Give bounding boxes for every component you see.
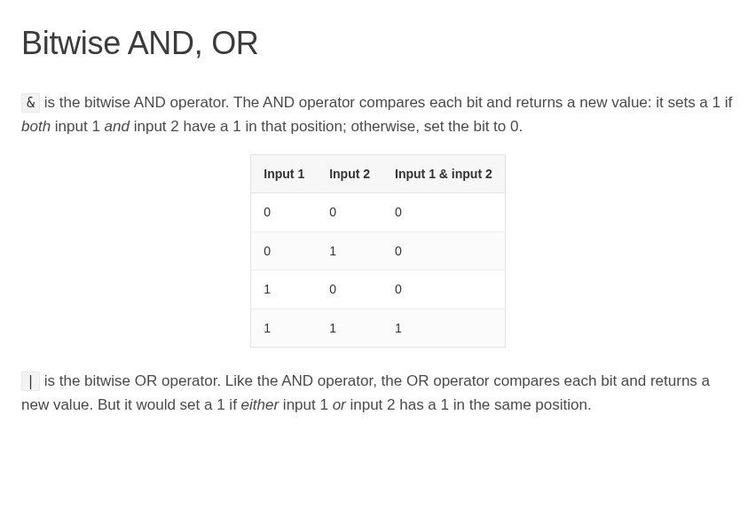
and-desc-text-2: input 1 (51, 118, 105, 135)
table-cell: 0 (251, 193, 317, 231)
table-cell: 0 (382, 231, 505, 270)
and-operator-code: & (21, 93, 40, 113)
table-header-row: Input 1 Input 2 Input 1 & input 2 (251, 154, 505, 192)
table-cell: 1 (382, 309, 505, 347)
table-cell: 1 (251, 309, 317, 347)
and-description: & is the bitwise AND operator. The AND o… (21, 90, 735, 138)
table-row: 0 0 0 (251, 193, 505, 231)
table-header: Input 2 (317, 154, 382, 192)
table-cell: 1 (251, 270, 317, 309)
table-cell: 1 (317, 231, 382, 270)
table-header: Input 1 (251, 154, 317, 192)
or-emph-or: or (333, 396, 346, 413)
table-row: 1 0 0 (251, 270, 505, 309)
table-cell: 0 (382, 270, 505, 309)
table-cell: 0 (317, 193, 382, 231)
and-desc-text-1: is the bitwise AND operator. The AND ope… (40, 94, 732, 111)
or-operator-code: | (21, 372, 40, 391)
and-desc-text-3: input 2 have a 1 in that position; other… (130, 118, 523, 135)
table-cell: 0 (251, 231, 317, 270)
and-emph-and: and (105, 118, 130, 135)
or-desc-text-3: input 2 has a 1 in the same position. (346, 396, 592, 413)
and-emph-both: both (21, 118, 51, 135)
or-emph-either: either (241, 396, 280, 413)
table-cell: 1 (317, 309, 382, 347)
table-header: Input 1 & input 2 (382, 154, 505, 192)
table-row: 1 1 1 (251, 309, 505, 347)
truth-table: Input 1 Input 2 Input 1 & input 2 0 0 0 … (250, 154, 505, 348)
or-description: | is the bitwise OR operator. Like the A… (21, 369, 735, 417)
or-desc-text-2: input 1 (279, 396, 333, 413)
truth-table-wrapper: Input 1 Input 2 Input 1 & input 2 0 0 0 … (21, 154, 735, 348)
table-cell: 0 (382, 193, 505, 231)
table-row: 0 1 0 (251, 231, 505, 270)
page-title: Bitwise AND, OR (21, 18, 735, 69)
table-cell: 0 (317, 270, 382, 309)
